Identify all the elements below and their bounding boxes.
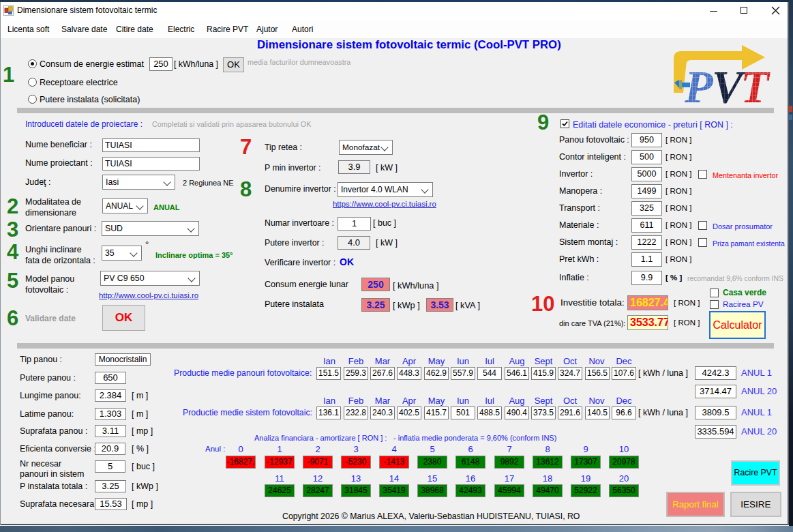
- svg-text:T: T: [740, 61, 770, 113]
- svg-text:P: P: [684, 61, 713, 113]
